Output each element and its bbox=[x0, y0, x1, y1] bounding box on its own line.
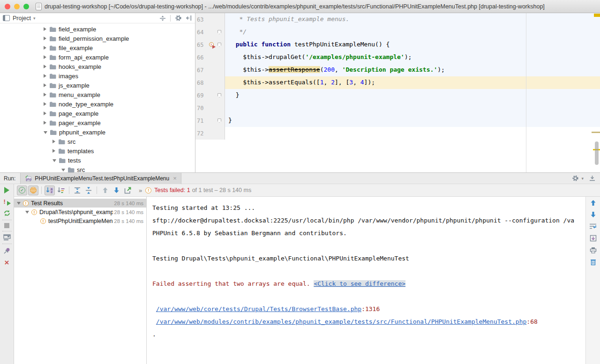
toggle-auto-test-icon[interactable] bbox=[3, 209, 11, 217]
error-stripe-mark[interactable] bbox=[592, 132, 600, 133]
code-text[interactable]: public function testPhpUnitExampleMenu()… bbox=[225, 38, 600, 51]
rerun-button[interactable] bbox=[4, 187, 9, 193]
chevron-down-icon[interactable] bbox=[17, 202, 21, 205]
chevron-down-icon[interactable] bbox=[25, 211, 29, 214]
right-margin-guide bbox=[526, 13, 526, 172]
close-icon[interactable]: × bbox=[173, 175, 177, 182]
chevron-right-icon[interactable] bbox=[44, 102, 46, 106]
code-text[interactable]: $this->drupalGet('/examples/phpunit-exam… bbox=[225, 51, 600, 64]
fold-icon[interactable] bbox=[218, 93, 221, 97]
chevron-right-icon[interactable] bbox=[44, 55, 46, 59]
show-passed-button[interactable]: ✓ bbox=[17, 186, 27, 195]
next-failed-test-button[interactable] bbox=[111, 186, 121, 195]
show-ignored-button[interactable] bbox=[28, 186, 38, 195]
down-stack-trace-icon[interactable] bbox=[590, 211, 596, 218]
chevron-right-icon[interactable] bbox=[44, 46, 46, 50]
project-tree-item[interactable]: templates bbox=[0, 146, 195, 156]
project-tree-item[interactable]: js_example bbox=[0, 81, 195, 90]
sort-by-duration-button[interactable] bbox=[56, 186, 66, 195]
code-text[interactable]: } bbox=[225, 89, 600, 102]
sort-alphabetically-button[interactable]: a z bbox=[45, 186, 55, 195]
console-link[interactable]: /var/www/web/core/tests/Drupal/Tests/Bro… bbox=[156, 305, 361, 312]
project-tree-item[interactable]: tests bbox=[0, 156, 195, 165]
gear-icon[interactable] bbox=[175, 15, 182, 22]
rerun-failed-tests-button[interactable]: ! bbox=[3, 199, 11, 206]
console-link[interactable]: <Click to see difference> bbox=[314, 280, 405, 287]
failed-test-gutter-icon[interactable]: ! bbox=[209, 42, 215, 48]
run-tab[interactable]: php✓ PHPUnitExampleMenuTest.testPhpUnitE… bbox=[20, 173, 181, 184]
collapse-all-icon[interactable] bbox=[159, 15, 166, 22]
chevron-down-icon[interactable]: ▾ bbox=[33, 16, 36, 21]
divider bbox=[41, 186, 42, 194]
clear-all-icon[interactable] bbox=[590, 259, 596, 266]
editor-scrollbar-thumb[interactable] bbox=[595, 141, 599, 165]
soft-wrap-icon[interactable] bbox=[589, 223, 597, 230]
folder-icon bbox=[49, 26, 56, 32]
collapse-all-button[interactable] bbox=[83, 186, 94, 195]
project-tree-item[interactable]: pager_example bbox=[0, 118, 195, 127]
close-window-button[interactable] bbox=[5, 4, 10, 9]
scroll-to-end-icon[interactable] bbox=[590, 235, 597, 242]
chevron-right-icon[interactable] bbox=[52, 140, 55, 143]
project-tree-item[interactable]: file_example bbox=[0, 43, 195, 52]
project-tree-item[interactable]: field_example bbox=[0, 24, 195, 34]
console-link[interactable]: /var/www/web/modules/contrib/examples/ph… bbox=[156, 318, 527, 325]
export-test-results-button[interactable] bbox=[122, 186, 133, 195]
project-tree-item[interactable]: src bbox=[0, 137, 195, 146]
project-tree-item[interactable]: phpunit_example bbox=[0, 127, 195, 137]
chevron-right-icon[interactable] bbox=[52, 149, 55, 153]
test-tree-row[interactable]: !Drupal\Tests\phpunit_example\Functional… bbox=[14, 208, 146, 216]
expand-all-button[interactable] bbox=[72, 186, 82, 195]
zoom-window-button[interactable] bbox=[23, 4, 29, 9]
code-text[interactable]: * Tests phpunit_example menus. bbox=[225, 13, 600, 26]
arrow-down-icon bbox=[113, 187, 120, 193]
code-text[interactable]: */ bbox=[225, 26, 600, 38]
tree-item-label: pager_example bbox=[59, 119, 101, 126]
project-panel-title[interactable]: Project bbox=[13, 15, 31, 22]
fold-icon[interactable] bbox=[218, 43, 221, 47]
code-text[interactable] bbox=[225, 127, 600, 140]
project-tree-item[interactable]: hooks_example bbox=[0, 62, 195, 71]
close-run-panel-button[interactable]: × bbox=[5, 260, 9, 266]
project-tree-item[interactable]: page_example bbox=[0, 109, 195, 118]
project-tree-item[interactable]: node_type_example bbox=[0, 99, 195, 109]
code-text[interactable]: $this->assertEquals([1, 2], [3, 4]); bbox=[225, 76, 600, 89]
fold-icon[interactable] bbox=[218, 30, 221, 34]
code-text[interactable] bbox=[225, 102, 600, 114]
test-tree-row[interactable]: !Test Results28 s 140 ms bbox=[14, 199, 146, 208]
fold-icon[interactable] bbox=[218, 119, 221, 123]
chevron-right-icon[interactable] bbox=[44, 83, 46, 87]
restore-layout-icon[interactable] bbox=[3, 234, 11, 241]
chevron-right-icon[interactable] bbox=[44, 121, 46, 125]
previous-failed-test-button[interactable] bbox=[100, 186, 110, 195]
code-text[interactable]: $this->assertResponse(200, 'Description … bbox=[225, 64, 600, 76]
up-stack-trace-icon[interactable] bbox=[590, 200, 596, 206]
chevron-right-icon[interactable] bbox=[44, 65, 46, 68]
test-console[interactable]: Testing started at 13:25 ...sftp://docke… bbox=[147, 197, 585, 364]
chevron-double-right-icon[interactable]: » bbox=[139, 187, 142, 194]
run-left-toolbar: ! bbox=[0, 184, 14, 364]
minimize-window-button[interactable] bbox=[14, 4, 20, 9]
chevron-right-icon[interactable] bbox=[44, 74, 46, 78]
project-tree-item[interactable]: menu_example bbox=[0, 90, 195, 99]
project-tree-item[interactable]: images bbox=[0, 71, 195, 81]
project-tree-item[interactable]: form_api_example bbox=[0, 52, 195, 62]
chevron-down-icon[interactable] bbox=[52, 159, 56, 162]
sort-duration-icon bbox=[57, 187, 65, 194]
run-settings-button[interactable]: ▾ bbox=[572, 175, 584, 182]
hide-panel-icon[interactable] bbox=[589, 175, 595, 181]
hide-panel-icon[interactable] bbox=[186, 15, 192, 21]
pin-tab-icon[interactable] bbox=[3, 247, 11, 254]
stop-button[interactable] bbox=[4, 223, 9, 228]
chevron-down-icon[interactable] bbox=[44, 131, 47, 134]
print-icon[interactable] bbox=[590, 247, 597, 253]
chevron-down-icon[interactable] bbox=[61, 169, 65, 171]
chevron-right-icon[interactable] bbox=[44, 111, 46, 115]
chevron-right-icon[interactable] bbox=[44, 93, 46, 97]
chevron-right-icon[interactable] bbox=[44, 27, 46, 31]
chevron-right-icon[interactable] bbox=[44, 37, 46, 40]
project-tree-item[interactable]: field_permission_example bbox=[0, 34, 195, 43]
code-text[interactable]: } bbox=[225, 114, 600, 127]
test-tree-row[interactable]: !testPhpUnitExampleMenu28 s 140 ms bbox=[14, 216, 146, 225]
error-stripe-mark[interactable] bbox=[594, 14, 600, 17]
